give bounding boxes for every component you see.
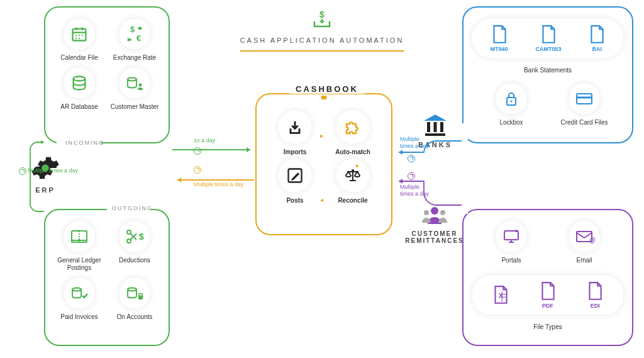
tile-deductions: $ Deductions — [108, 220, 161, 272]
svg-point-6 — [75, 35, 77, 36]
people-icon — [420, 204, 449, 227]
excel-file-icon: X — [492, 285, 509, 305]
database-check-icon — [70, 284, 89, 302]
clock-icon — [408, 155, 415, 162]
clock-wrap — [408, 155, 415, 162]
bank-statements-row: MT940 CAMT053 BAI — [471, 18, 625, 59]
tile-portals: Portals — [480, 220, 543, 264]
tile-label: Auto-match — [335, 148, 370, 155]
erp-title: ERP — [35, 186, 55, 194]
bank-icon — [421, 112, 449, 137]
filetypes-row: X PDF EDI — [471, 274, 625, 316]
flow-banks-label: Multiple times a day — [400, 136, 431, 150]
tile-label: On Accounts — [117, 313, 153, 321]
file-icon — [491, 25, 508, 45]
dollar-tray-icon: $ — [311, 10, 333, 31]
file-label: BAI — [592, 46, 602, 52]
svg-text:$: $ — [139, 232, 144, 242]
database-user-icon — [125, 74, 144, 92]
file-icon — [540, 25, 557, 45]
svg-text:$: $ — [130, 25, 135, 34]
tile-calendar-file: Calendar File — [53, 18, 106, 62]
flow-erp-to-cashbook — [170, 143, 258, 156]
svg-point-43 — [424, 210, 429, 215]
incoming-label: INCOMING — [65, 140, 104, 146]
flow-cb-to-erp-label: Multiple times a day — [194, 181, 244, 188]
cashbook-imports: Imports — [267, 109, 323, 155]
tile-label: General Ledger Postings — [53, 257, 106, 272]
svg-rect-36 — [434, 122, 437, 132]
file-label: MT940 — [491, 46, 508, 52]
clock-icon — [194, 166, 201, 174]
tile-customer-master: Customer Master — [108, 67, 161, 111]
clock-wrap — [408, 172, 415, 180]
svg-rect-35 — [427, 122, 430, 132]
cashbook-posts: Posts — [267, 158, 323, 204]
database-calc-icon — [125, 284, 144, 302]
edit-icon — [286, 167, 304, 184]
svg-point-10 — [79, 38, 80, 39]
clock-icon — [408, 172, 415, 180]
tile-exchange-rate: $€ Exchange Rate — [108, 18, 161, 62]
clock-icon — [194, 147, 201, 155]
flow-remit-label: Multiple times a day — [400, 184, 431, 198]
clock-icon — [19, 167, 26, 175]
cashbook-reconcile: Reconcile — [325, 158, 381, 204]
tile-label: Credit Card Files — [560, 119, 608, 126]
header: $ CASH APPLICATION AUTOMATION — [228, 10, 416, 52]
svg-point-42 — [431, 207, 438, 215]
svg-point-14 — [128, 78, 136, 81]
outgoing-label: OUTGOING — [112, 205, 153, 211]
tile-paid-invoices: Paid Invoices — [53, 277, 106, 321]
header-title: CASH APPLICATION AUTOMATION — [240, 36, 404, 44]
puzzle-icon — [343, 118, 362, 137]
svg-point-9 — [75, 38, 77, 39]
tile-label: Exchange Rate — [113, 54, 156, 62]
tile-ar-database: AR Database — [53, 67, 106, 111]
tile-label: Deductions — [119, 257, 150, 264]
file-label: EDI — [591, 303, 600, 309]
header-rule — [240, 50, 404, 52]
panel-erp-outgoing: General Ledger Postings $ Deductions Pai… — [44, 209, 170, 346]
tile-label: Customer Master — [111, 103, 159, 111]
file-icon — [587, 281, 603, 301]
monitor-icon — [502, 228, 520, 245]
svg-point-8 — [82, 35, 83, 36]
svg-text:€: € — [136, 33, 141, 43]
filetypes-label: File Types — [471, 323, 625, 330]
svg-rect-37 — [440, 122, 443, 132]
tile-label: Posts — [286, 197, 303, 204]
svg-rect-40 — [577, 94, 592, 104]
tile-label: Email — [576, 257, 592, 264]
clock-wrap — [194, 147, 201, 155]
panel-remittances: Portals @ Email X PDF EDI File Types — [462, 209, 633, 346]
database-icon — [70, 74, 88, 92]
tile-email: @ Email — [553, 220, 616, 264]
svg-point-15 — [139, 84, 142, 87]
cashbook-automatch: Auto-match — [325, 109, 381, 155]
bank-statements-label: Bank Statements — [471, 67, 625, 74]
tile-credit-card: Credit Card Files — [553, 82, 616, 126]
svg-rect-45 — [504, 231, 518, 240]
tile-label: Paid Invoices — [60, 313, 97, 321]
svg-rect-27 — [140, 294, 142, 296]
tile-label: Lockbox — [499, 119, 523, 126]
credit-card-icon — [575, 92, 593, 105]
flow-erp-loop-label: Multiple times a day — [19, 167, 78, 175]
panel-cashbook: Imports Auto-match Posts Reconcile — [255, 93, 392, 235]
tile-label: Calendar File — [60, 54, 97, 62]
svg-point-44 — [440, 210, 445, 215]
clock-wrap — [194, 166, 201, 174]
remit-title: CUSTOMER REMITTANCES — [400, 230, 469, 244]
flow-erp-to-cb-label: 1x a day — [194, 137, 215, 144]
panel-banks: MT940 CAMT053 BAI Bank Statements Lockbo… — [462, 6, 633, 143]
scales-icon — [343, 167, 362, 184]
tile-gl-postings: General Ledger Postings — [53, 220, 106, 272]
svg-point-25 — [128, 288, 136, 291]
svg-point-7 — [79, 35, 80, 36]
tile-label: Reconcile — [338, 197, 367, 204]
tile-label: AR Database — [60, 103, 97, 111]
svg-point-13 — [74, 77, 86, 81]
panel-erp-incoming: Calendar File $€ Exchange Rate AR Databa… — [44, 6, 170, 143]
ledger-icon — [70, 229, 88, 244]
